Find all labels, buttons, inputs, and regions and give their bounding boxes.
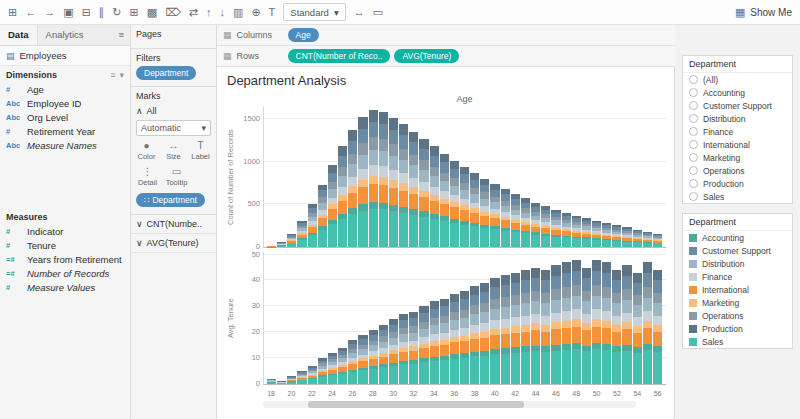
bar-segment[interactable] xyxy=(450,320,459,330)
bar-segment[interactable] xyxy=(501,231,510,247)
bar-segment[interactable] xyxy=(450,169,459,178)
bar-segment[interactable] xyxy=(612,280,621,293)
bar-segment[interactable] xyxy=(551,329,560,344)
bar-segment[interactable] xyxy=(582,314,591,323)
bar-segment[interactable] xyxy=(419,362,428,384)
bar-segment[interactable] xyxy=(602,298,611,311)
bar-age-18[interactable] xyxy=(267,246,276,247)
bar-segment[interactable] xyxy=(531,323,540,330)
bar-segment[interactable] xyxy=(348,186,357,193)
bar-segment[interactable] xyxy=(643,321,652,328)
bar-segment[interactable] xyxy=(287,243,296,247)
bar-segment[interactable] xyxy=(612,303,621,316)
bar-age-47[interactable] xyxy=(562,262,571,384)
bar-segment[interactable] xyxy=(643,298,652,311)
bar-segment[interactable] xyxy=(297,240,306,247)
bar-age-41[interactable] xyxy=(501,275,510,384)
bar-segment[interactable] xyxy=(318,203,327,210)
detail-button[interactable]: ⋮Detail xyxy=(136,167,159,187)
bar-segment[interactable] xyxy=(521,233,530,247)
bar-segment[interactable] xyxy=(501,319,510,328)
bar-segment[interactable] xyxy=(379,209,388,247)
filter-item-marketing[interactable]: Marketing xyxy=(683,151,792,164)
bar-age-30[interactable] xyxy=(389,319,398,384)
bar-segment[interactable] xyxy=(328,165,337,172)
fit-width-icon[interactable]: ↔ xyxy=(354,7,365,18)
collapsed-mark-card[interactable]: ∨AVG(Tenure) xyxy=(131,234,216,253)
bar-segment[interactable] xyxy=(430,361,439,384)
bar-segment[interactable] xyxy=(622,351,631,384)
bar-age-37[interactable] xyxy=(460,291,469,384)
bar-segment[interactable] xyxy=(531,351,540,384)
bar-segment[interactable] xyxy=(490,320,499,328)
bar-segment[interactable] xyxy=(419,313,428,322)
bar-segment[interactable] xyxy=(399,149,408,160)
legend-item-customer-support[interactable]: Customer Support xyxy=(683,244,792,257)
field-item-age[interactable]: #Age xyxy=(0,82,130,96)
label-button[interactable]: TLabel xyxy=(190,141,211,161)
bar-segment[interactable] xyxy=(430,334,439,341)
bar-segment[interactable] xyxy=(653,332,662,347)
bar-segment[interactable] xyxy=(440,204,449,216)
bar-segment[interactable] xyxy=(633,305,642,317)
bar-segment[interactable] xyxy=(572,349,581,384)
bar-age-23[interactable] xyxy=(318,358,327,384)
bar-segment[interactable] xyxy=(379,185,388,203)
bar-age-52[interactable] xyxy=(612,225,621,247)
bar-segment[interactable] xyxy=(308,235,317,247)
bar-age-49[interactable] xyxy=(582,268,591,384)
bar-segment[interactable] xyxy=(419,170,428,182)
bar-segment[interactable] xyxy=(501,354,510,384)
bar-segment[interactable] xyxy=(409,194,418,209)
bar-segment[interactable] xyxy=(460,358,469,384)
bar-segment[interactable] xyxy=(592,285,601,296)
bar-segment[interactable] xyxy=(369,165,378,176)
bar-segment[interactable] xyxy=(612,316,621,325)
bar-segment[interactable] xyxy=(511,223,520,230)
bar-segment[interactable] xyxy=(612,325,621,332)
bar-segment[interactable] xyxy=(653,316,662,325)
bar-segment[interactable] xyxy=(460,291,469,299)
bar-age-47[interactable] xyxy=(562,213,571,247)
bar-segment[interactable] xyxy=(521,325,530,332)
tab-data[interactable]: Data xyxy=(0,25,38,45)
bar-segment[interactable] xyxy=(389,118,398,130)
bar-segment[interactable] xyxy=(369,209,378,247)
pages-card[interactable]: Pages xyxy=(131,25,216,49)
bar-age-31[interactable] xyxy=(399,124,408,247)
bar-segment[interactable] xyxy=(450,161,459,169)
forward-icon[interactable]: → xyxy=(44,7,55,18)
bar-segment[interactable] xyxy=(602,350,611,384)
bar-segment[interactable] xyxy=(643,262,652,273)
bar-segment[interactable] xyxy=(348,193,357,208)
bar-segment[interactable] xyxy=(653,303,662,316)
bar-segment[interactable] xyxy=(622,289,631,300)
bar-segment[interactable] xyxy=(470,286,479,295)
bar-segment[interactable] xyxy=(369,184,378,202)
bar-segment[interactable] xyxy=(358,143,367,155)
bar-segment[interactable] xyxy=(582,291,591,301)
bar-segment[interactable] xyxy=(470,325,479,333)
highlight-icon[interactable]: ▥ xyxy=(233,7,243,18)
bar-segment[interactable] xyxy=(541,316,550,325)
bar-age-31[interactable] xyxy=(399,314,408,384)
bar-segment[interactable] xyxy=(358,211,367,247)
bar-segment[interactable] xyxy=(490,309,499,321)
bar-segment[interactable] xyxy=(409,364,418,384)
bar-segment[interactable] xyxy=(338,156,347,167)
bar-segment[interactable] xyxy=(470,180,479,188)
filter-item-distribution[interactable]: Distribution xyxy=(683,112,792,125)
bar-segment[interactable] xyxy=(369,110,378,122)
bar-segment[interactable] xyxy=(541,293,550,303)
bar-segment[interactable] xyxy=(379,203,388,210)
bar-segment[interactable] xyxy=(622,322,631,329)
bar-segment[interactable] xyxy=(480,228,489,247)
bar-segment[interactable] xyxy=(358,155,367,169)
bar-segment[interactable] xyxy=(592,349,601,384)
bar-segment[interactable] xyxy=(643,243,652,247)
bar-segment[interactable] xyxy=(399,160,408,174)
bar-segment[interactable] xyxy=(531,268,540,278)
bar-segment[interactable] xyxy=(409,215,418,247)
bar-age-51[interactable] xyxy=(602,262,611,384)
legend-item-production[interactable]: Production xyxy=(683,322,792,335)
